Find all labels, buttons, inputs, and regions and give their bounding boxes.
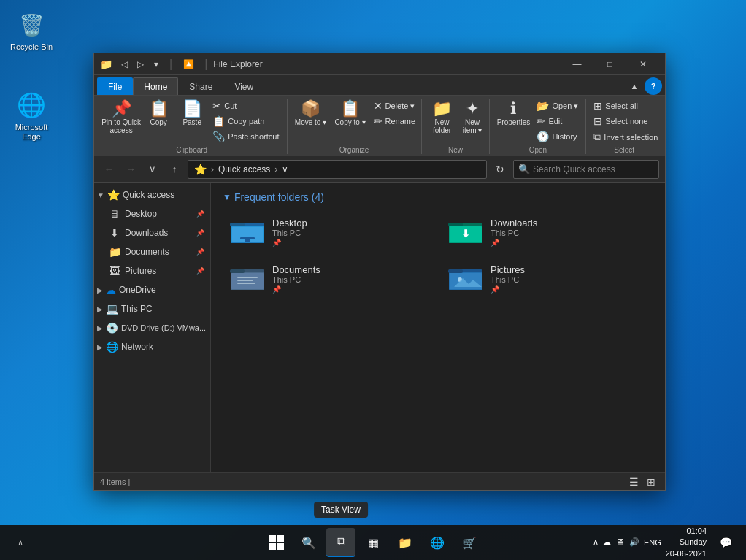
select-all-icon: ⊞	[593, 100, 602, 112]
organize-group: 📦 Move to ▾ 📋 Copy to ▾ ✕ Delete ▾ ✏	[288, 99, 422, 154]
start-btn[interactable]	[262, 528, 291, 557]
recent-btn[interactable]: ∨	[144, 161, 161, 178]
widgets-btn[interactable]: ▦	[358, 528, 388, 557]
chevron-up-btn[interactable]: ∧	[6, 528, 35, 557]
copy-btn[interactable]: 📋 Copy	[142, 99, 174, 129]
address-path[interactable]: ⭐ › Quick access › ∨	[188, 160, 487, 179]
history-btn[interactable]: 🕐 History	[534, 129, 581, 144]
maximize-button[interactable]: □	[593, 53, 626, 75]
invert-selection-btn[interactable]: ⧉ Invert selection	[591, 129, 661, 145]
sidebar-item-desktop[interactable]: 🖥 Desktop 📌	[103, 204, 210, 223]
downloads-folder-name: Downloads	[491, 218, 537, 229]
svg-rect-25	[269, 535, 276, 542]
svg-rect-4	[230, 223, 245, 226]
folder-item-desktop[interactable]: Desktop This PC 📌	[223, 212, 435, 253]
clipboard-label: Clipboard	[101, 146, 282, 154]
notification-btn[interactable]: 💬	[711, 528, 740, 557]
window-controls: — □ ✕	[561, 53, 659, 75]
folder-item-documents[interactable]: Documents This PC 📌	[223, 258, 435, 299]
chevron-tray-icon[interactable]: ∧	[593, 537, 599, 547]
taskbar-left: ∧	[6, 528, 35, 557]
quick-access-section: ▼ ⭐ Quick access 🖥 Desktop 📌 ⬇ Downloads	[94, 185, 210, 280]
store-taskbar-btn[interactable]: 🛒	[455, 528, 484, 557]
open-btn[interactable]: 📂 Open ▾	[534, 99, 581, 113]
folder-item-downloads[interactable]: ⬇ Downloads This PC 📌	[441, 212, 653, 253]
section-expand-icon: ▼	[223, 192, 231, 202]
edge-label: Microsoft Edge	[9, 123, 54, 142]
folder-item-pictures[interactable]: Pictures This PC 📌	[441, 258, 653, 299]
paste-shortcut-icon: 📎	[212, 131, 225, 142]
edit-btn[interactable]: ✏ Edit	[534, 114, 581, 129]
clock[interactable]: 01:04 Sunday 20-06-2021	[666, 526, 707, 559]
quick-access-header[interactable]: ▼ ⭐ Quick access	[94, 185, 210, 204]
up-btn[interactable]: ↑	[166, 161, 183, 178]
list-view-btn[interactable]: ☰	[626, 475, 642, 488]
volume-icon[interactable]: 🔊	[629, 537, 639, 547]
documents-pin-icon: 📌	[196, 248, 204, 256]
title-forward-btn[interactable]: ▷	[133, 57, 147, 72]
this-pc-header[interactable]: ▶ 💻 This PC	[94, 299, 210, 318]
svg-rect-15	[230, 269, 245, 273]
rename-btn[interactable]: ✏ Rename	[371, 114, 419, 129]
open-small-btns: 📂 Open ▾ ✏ Edit 🕐 History	[534, 99, 581, 144]
sidebar-item-documents[interactable]: 📁 Documents 📌	[103, 242, 210, 261]
file-explorer-taskbar-btn[interactable]: 📁	[391, 528, 420, 557]
delete-icon: ✕	[374, 100, 382, 112]
paste-shortcut-btn[interactable]: 📎 Paste shortcut	[209, 129, 282, 144]
title-up-btn[interactable]: 🔼	[178, 57, 199, 72]
select-group: ⊞ Select all ⊟ Select none ⧉ Invert sele…	[586, 99, 662, 154]
tiles-view-btn[interactable]: ⊞	[643, 475, 659, 488]
tab-share[interactable]: Share	[178, 77, 223, 95]
qa-expand-arrow: ▼	[97, 191, 104, 199]
cut-btn[interactable]: ✂ Cut	[209, 99, 282, 113]
network-header[interactable]: ▶ 🌐 Network	[94, 337, 210, 356]
tab-file[interactable]: File	[97, 77, 133, 95]
minimize-button[interactable]: —	[561, 53, 593, 75]
search-input[interactable]	[533, 164, 654, 174]
ribbon-collapse-btn[interactable]: ▲	[626, 77, 643, 95]
microsoft-edge-icon[interactable]: 🌐 Microsoft Edge	[6, 88, 57, 145]
svg-text:⬇: ⬇	[461, 228, 470, 239]
back-btn[interactable]: ←	[100, 161, 118, 178]
onedrive-header[interactable]: ▶ ☁ OneDrive	[94, 280, 210, 299]
close-button[interactable]: ✕	[626, 53, 659, 75]
recycle-bin-icon[interactable]: 🗑️ Recycle Bin	[6, 7, 57, 55]
properties-btn[interactable]: ℹ Properties	[494, 99, 532, 129]
sidebar-item-downloads[interactable]: ⬇ Downloads 📌	[103, 223, 210, 242]
move-to-icon: 📦	[301, 101, 320, 117]
title-bar-nav: ◁ ▷ ▾	[117, 57, 164, 72]
select-none-btn[interactable]: ⊟ Select none	[591, 114, 661, 129]
organize-small-btns: ✕ Delete ▾ ✏ Rename	[371, 99, 419, 129]
new-item-btn[interactable]: ✦ Newitem ▾	[460, 99, 485, 137]
pictures-sidebar-icon: 🖼	[109, 265, 120, 277]
delete-btn[interactable]: ✕ Delete ▾	[371, 99, 419, 113]
items-count: 4 items |	[100, 477, 130, 486]
documents-folder-icon	[230, 264, 265, 294]
main-content: ▼ ⭐ Quick access 🖥 Desktop 📌 ⬇ Downloads	[94, 183, 665, 472]
new-folder-btn[interactable]: 📁 Newfolder	[426, 99, 458, 137]
dvd-drive-header[interactable]: ▶ 💿 DVD Drive (D:) VMwa...	[94, 318, 210, 337]
edge-taskbar-btn[interactable]: 🌐	[423, 528, 452, 557]
tab-home[interactable]: Home	[133, 77, 178, 95]
pin-to-quick-access-btn[interactable]: 📌 Pin to Quickaccess	[101, 99, 141, 137]
copy-path-btn[interactable]: 📋 Copy path	[209, 114, 282, 129]
sidebar-item-pictures[interactable]: 🖼 Pictures 📌	[103, 261, 210, 280]
move-to-btn[interactable]: 📦 Move to ▾	[292, 99, 330, 129]
paste-btn[interactable]: 📄 Paste	[176, 99, 208, 129]
title-back-btn[interactable]: ◁	[117, 57, 131, 72]
title-separator-2: |	[204, 58, 207, 71]
select-all-btn[interactable]: ⊞ Select all	[591, 99, 661, 113]
search-box[interactable]: 🔍	[513, 160, 659, 179]
tab-view[interactable]: View	[223, 77, 264, 95]
dvd-icon: 💿	[106, 322, 118, 334]
copy-to-btn[interactable]: 📋 Copy to ▾	[331, 99, 369, 129]
svg-rect-10	[448, 223, 463, 226]
task-view-btn[interactable]: ⧉	[326, 528, 355, 557]
thispc-expand-arrow: ▶	[97, 305, 103, 313]
svg-rect-28	[277, 543, 284, 550]
ribbon-help-btn[interactable]: ?	[645, 77, 662, 95]
forward-btn[interactable]: →	[122, 161, 139, 178]
title-recent-btn[interactable]: ▾	[149, 57, 164, 72]
refresh-btn[interactable]: ↻	[491, 161, 509, 178]
search-taskbar-btn[interactable]: 🔍	[294, 528, 323, 557]
